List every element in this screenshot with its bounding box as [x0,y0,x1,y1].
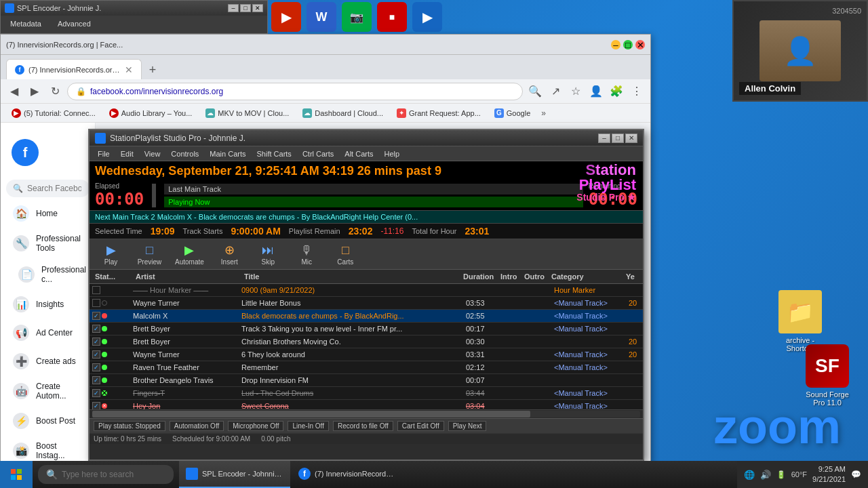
bookmark-2[interactable]: ▶ Audio Library – You... [104,107,198,119]
profile-button[interactable]: 👤 [588,83,604,100]
bookmark-4[interactable]: ☁ Dashboard | Cloud... [297,107,389,119]
browser-url-bar[interactable]: 🔒 facebook.com/innervisionrecords.org [67,83,523,100]
browser-forward-button[interactable]: ▶ [26,83,43,100]
browser-menu-button[interactable]: ⋮ [629,83,645,100]
browser-minimize-button[interactable]: – [611,40,620,49]
spl-checkbox-1[interactable] [92,299,100,307]
spl-minimize-button[interactable]: – [598,134,610,143]
spl-checkbox-9[interactable]: ✓ [92,402,100,409]
fb-nav-insights[interactable]: 📊 Insights [5,291,91,318]
spl-checkbox-7[interactable]: ✓ [92,376,100,384]
table-row[interactable]: ✓ Brett Boyer Christian Brothers Moving … [90,336,643,348]
spl-skip-button[interactable]: ⏭ Skip [250,242,287,267]
browser-tab-active[interactable]: f (7) InnervisionRecords.org | Face... ✕ [6,59,142,79]
spl-menu-help[interactable]: Help [379,148,406,159]
snagit-icon[interactable]: 📷 [342,2,372,32]
table-row[interactable]: ✓ Raven True Feather Remember 02:12 <Man… [90,361,643,374]
table-row[interactable]: ✓ Brett Boyer Track 3 Taking you to a ne… [90,323,643,336]
spl-menu-file[interactable]: File [92,148,115,159]
taskbar-clock[interactable]: 9:25 AM 9/21/2021 [812,464,846,485]
browser-back-button[interactable]: ◀ [6,83,22,100]
table-row[interactable]: ✓ ✕ Hey Jon Sweet Corona 03:04 <Manual T… [90,400,643,409]
spl-status-play[interactable]: Play status: Stopped [94,421,165,431]
battery-icon[interactable]: 🔋 [776,470,786,479]
spl-checkbox-2[interactable]: ✓ [92,312,100,320]
share-button[interactable]: ↗ [547,83,564,100]
browser-tab-close[interactable]: ✕ [125,64,133,75]
zoom-button[interactable]: 🔍 [527,83,543,100]
bookmark-5[interactable]: ✦ Grant Request: App... [391,107,486,119]
spl-menu-shift-carts[interactable]: Shift Carts [252,148,297,159]
spl-menu-controls[interactable]: Controls [165,148,204,159]
extensions-button[interactable]: 🧩 [608,83,625,100]
table-row[interactable]: ✓ Brother Deangelo Travis Drop Innervisi… [90,374,643,387]
browser-maximize-button[interactable]: □ [623,40,633,49]
fb-search-bar[interactable]: 🔍 [6,180,90,197]
spl-status-cart-edit[interactable]: Cart Edit Off [397,421,444,431]
spl-encoder-close[interactable]: ✕ [252,4,263,12]
taskbar-app-spl[interactable]: SPL Encoder - Johnnie J. [179,461,290,488]
spl-menu-alt-carts[interactable]: Alt Carts [339,148,378,159]
table-row[interactable]: ✓ Malcolm X Black democrats are chumps -… [90,310,643,323]
table-row[interactable]: ✓ ✕ Fingers-T Lud - The God Drums 03:44 … [90,387,643,400]
browser-reload-button[interactable]: ↻ [47,83,63,100]
fb-search-input[interactable] [27,184,81,193]
taskbar-app-browser[interactable]: f (7) InnervisionRecords.org | Face... [292,461,403,488]
spl-menu-main-carts[interactable]: Main Carts [204,148,251,159]
bookmark-6[interactable]: G Google [489,107,536,119]
spl-checkbox-8[interactable]: ✓ [92,389,100,397]
spl-insert-button[interactable]: ⊕ Insert [211,241,248,267]
spl-mic-button[interactable]: 🎙 Mic [288,242,326,267]
word-icon[interactable]: W [307,2,336,32]
spl-status-automation[interactable]: Automation Off [170,421,224,431]
spl-checkbox-3[interactable]: ✓ [92,325,100,333]
media-icon2[interactable]: ▶ [412,2,442,32]
spl-playlist[interactable]: —— Hour Marker —— 0900 (9am 9/21/2022) H… [90,284,643,409]
browser-close-button[interactable]: ✕ [635,40,645,49]
taskbar-search-input[interactable] [62,470,150,479]
spl-status-record-to-file[interactable]: Record to file Off [333,421,393,431]
sound-forge-icon[interactable]: SF Sound Forge Pro 11.0 [800,344,854,407]
spl-checkbox-5[interactable]: ✓ [92,350,100,359]
start-button[interactable] [0,461,33,488]
spl-encoder-tab-advanced[interactable]: Advanced [54,18,95,29]
screencast-icon[interactable]: ■ [377,2,407,32]
spl-checkbox-4[interactable]: ✓ [92,338,100,346]
fb-nav-ad-center[interactable]: 📢 Ad Center [5,319,91,346]
spl-play-button[interactable]: ▶ Play [92,241,130,267]
spl-scrollbar-area[interactable] [90,409,643,418]
spl-status-linein[interactable]: Line-In Off [288,421,329,431]
volume-icon[interactable]: 🔊 [760,470,771,480]
archive-shortcut-icon[interactable]: 📁 archive - Shortcut [773,290,827,352]
spl-encoder-minimize[interactable]: – [228,4,239,12]
spl-menu-view[interactable]: View [139,148,166,159]
bookmark-3[interactable]: ☁ MKV to MOV | Clou... [200,107,294,119]
fb-nav-create-autom[interactable]: 🤖 Create Autom... [5,376,91,406]
spl-menu-edit[interactable]: Edit [115,148,139,159]
new-tab-button[interactable]: + [143,60,162,79]
table-row[interactable]: ✓ Wayne Turner 6 They look around 03:31 … [90,348,643,361]
more-bookmarks-button[interactable]: » [538,107,549,119]
spl-close-button[interactable]: ✕ [625,134,637,143]
spl-horizontal-scrollbar[interactable] [92,411,640,418]
table-row[interactable]: Wayne Turner Little Hater Bonus 03:53 <M… [90,297,643,310]
spl-menu-ctrl-carts[interactable]: Ctrl Carts [297,148,339,159]
spl-automate-button[interactable]: ▶ Automate [170,241,210,267]
taskbar-search[interactable]: 🔍 [38,465,174,484]
fb-nav-professional-tools[interactable]: 🔧 Professional Tools [5,228,91,258]
spl-encoder-maximize[interactable]: □ [240,4,251,12]
fb-nav-professional-c[interactable]: 📄 Professional c... [5,260,91,289]
spl-checkbox-6[interactable]: ✓ [92,363,100,371]
media-player-icon[interactable]: ▶ [271,2,301,32]
fb-nav-boost-post[interactable]: ⚡ Boost Post [5,407,91,434]
fb-nav-create-ads[interactable]: ➕ Create ads [5,348,91,375]
spl-preview-button[interactable]: □ Preview [131,242,168,267]
spl-encoder-tab-metadata[interactable]: Metadata [6,18,45,29]
spl-carts-button[interactable]: □ Carts [327,242,364,267]
spl-maximize-button[interactable]: □ [612,134,624,143]
bookmark-button[interactable]: ☆ [568,83,584,100]
network-icon[interactable]: 🌐 [744,470,755,480]
bookmark-1[interactable]: ▶ (5) Tutorial: Connec... [6,107,101,119]
notification-icon[interactable]: 💬 [851,470,861,479]
spl-status-microphone[interactable]: Microphone Off [228,421,283,431]
